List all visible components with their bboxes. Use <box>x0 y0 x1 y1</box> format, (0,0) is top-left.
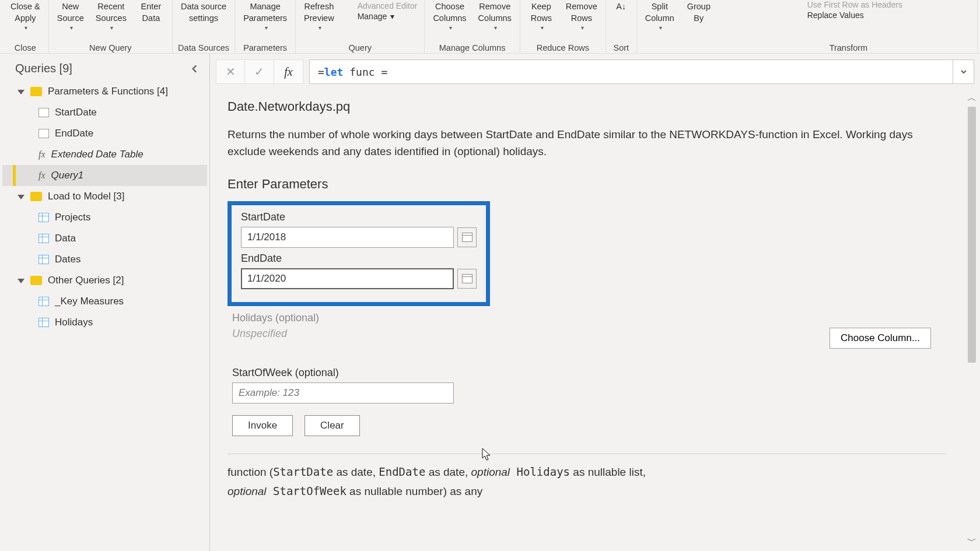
table-icon <box>38 255 49 264</box>
tree-item-label: Projects <box>55 212 90 223</box>
remove-columns-button[interactable]: Remove Columns▾ <box>474 0 516 33</box>
tree-item-dates[interactable]: Dates <box>2 249 207 270</box>
table-icon <box>38 318 49 327</box>
start-date-label: StartDate <box>241 211 477 223</box>
enter-parameters-heading: Enter Parameters <box>228 177 946 192</box>
scroll-up-icon[interactable]: ︿ <box>967 92 977 104</box>
end-date-label: EndDate <box>241 252 477 265</box>
tree-group-load[interactable]: Load to Model [3] <box>2 186 207 207</box>
clear-button[interactable]: Clear <box>304 415 360 436</box>
split-column-button[interactable]: Split Column▾ <box>640 0 679 33</box>
ribbon-label-managecolumns: Manage Columns <box>428 41 516 53</box>
chevron-down-icon <box>18 195 24 199</box>
tree-item-label: _Key Measures <box>55 296 124 307</box>
tree-item-extended-date[interactable]: fx Extended Date Table <box>2 144 207 165</box>
tree-group-label: Load to Model [3] <box>48 191 124 202</box>
cancel-formula-button[interactable]: ✕ <box>216 59 245 84</box>
fx-icon: fx <box>38 170 46 181</box>
formula-input[interactable]: = let func = <box>309 59 953 84</box>
startofweek-input[interactable] <box>232 382 454 403</box>
content-area: ✕ ✓ fx = let func = Date.Networkdays.pq … <box>210 54 980 551</box>
tree-item-label: EndDate <box>55 128 93 139</box>
tree-item-projects[interactable]: Projects <box>2 207 207 228</box>
enter-data-button[interactable]: Enter Data <box>134 0 169 25</box>
start-date-input[interactable] <box>241 227 454 248</box>
tree-item-label: Dates <box>55 254 80 265</box>
tree-item-label: Data <box>55 233 76 244</box>
first-row-headers-button[interactable]: Use First Row as Headers <box>794 0 902 9</box>
tree-item-label: Query1 <box>51 170 84 181</box>
tree-item-keymeasures[interactable]: _Key Measures <box>2 291 207 312</box>
sort-button[interactable]: A↓ <box>610 0 633 14</box>
ribbon-label-datasources: Data Sources <box>176 41 231 53</box>
ribbon-label-sort: Sort <box>610 41 633 53</box>
table-icon <box>38 234 49 243</box>
queries-pane: Queries [9] Parameters & Functions [4] S… <box>0 54 210 551</box>
ribbon-label-reducerows: Reduce Rows <box>524 41 602 53</box>
group-by-button[interactable]: Group By <box>681 0 716 25</box>
headers-icon <box>794 0 804 9</box>
replace-icon <box>794 10 804 20</box>
data-source-settings-button[interactable]: Data source settings <box>176 0 231 25</box>
ribbon-group-reducerows: Keep Rows▾ Remove Rows▾ Reduce Rows <box>520 0 606 53</box>
tree-item-label: Extended Date Table <box>51 149 144 160</box>
formula-bar: ✕ ✓ fx = let func = <box>210 54 980 89</box>
queries-tree: Parameters & Functions [4] StartDate End… <box>0 81 209 333</box>
table-icon <box>38 213 49 222</box>
replace-values-button[interactable]: Replace Values <box>794 10 902 20</box>
advanced-editor-button[interactable]: Advanced Editor <box>345 1 418 10</box>
ribbon-label-close: Close <box>6 41 45 53</box>
tree-group-label: Other Queries [2] <box>48 275 124 286</box>
tree-item-enddate[interactable]: EndDate <box>2 123 207 144</box>
choose-columns-button[interactable]: Choose Columns▾ <box>428 0 471 33</box>
ribbon-group-query: Refresh Preview▾ Advanced Editor Manage▾… <box>296 0 425 53</box>
scroll-thumb[interactable] <box>968 107 976 363</box>
function-description: Returns the number of whole working days… <box>228 126 933 160</box>
folder-icon <box>30 192 42 201</box>
end-date-picker-button[interactable] <box>457 269 477 289</box>
holidays-label: Holidays (optional) <box>232 312 946 324</box>
tree-group-label: Parameters & Functions [4] <box>48 86 168 97</box>
invoke-button[interactable]: Invoke <box>232 415 293 436</box>
fx-button[interactable]: fx <box>274 59 303 84</box>
start-date-picker-button[interactable] <box>457 227 477 247</box>
tree-group-other[interactable]: Other Queries [2] <box>2 270 207 291</box>
ribbon-group-managecolumns: Choose Columns▾ Remove Columns▾ Manage C… <box>425 0 520 53</box>
ribbon-label-split <box>640 51 716 53</box>
manage-button[interactable]: Manage▾ <box>345 12 418 21</box>
new-source-button[interactable]: New Source▾ <box>52 0 89 33</box>
scroll-down-icon[interactable]: ﹀ <box>967 535 977 548</box>
end-date-input[interactable] <box>241 268 454 289</box>
choose-column-button[interactable]: Choose Column... <box>830 328 931 349</box>
remove-rows-button[interactable]: Remove Rows▾ <box>561 0 602 33</box>
tree-item-query1[interactable]: fx Query1 <box>2 165 207 186</box>
ribbon-label-newquery: New Query <box>52 41 169 53</box>
ribbon-group-split: Split Column▾ Group By <box>637 0 720 53</box>
keep-rows-button[interactable]: Keep Rows▾ <box>524 0 559 33</box>
parameter-icon <box>38 129 49 138</box>
tree-item-label: StartDate <box>55 107 97 118</box>
tree-item-label: Holidays <box>55 317 93 328</box>
ribbon-label-parameters: Parameters <box>239 41 292 53</box>
editor-icon <box>345 1 354 10</box>
tree-item-startdate[interactable]: StartDate <box>2 102 207 123</box>
manage-parameters-button[interactable]: Manage Parameters▾ <box>239 0 292 33</box>
tree-item-holidays[interactable]: Holidays <box>2 312 207 333</box>
expand-formula-button[interactable] <box>953 59 974 84</box>
cursor-icon <box>482 448 492 462</box>
recent-sources-button[interactable]: Recent Sources▾ <box>91 0 131 33</box>
required-params-highlight: StartDate EndDate <box>228 201 490 306</box>
vertical-scrollbar[interactable]: ︿ ﹀ <box>964 89 980 551</box>
ribbon-group-sort: A↓ Sort <box>606 0 637 53</box>
ribbon-group-newquery: New Source▾ Recent Sources▾ Enter Data N… <box>49 0 173 53</box>
refresh-preview-button[interactable]: Refresh Preview▾ <box>299 0 339 33</box>
commit-formula-button[interactable]: ✓ <box>245 59 274 84</box>
function-signature: function (StartDate as date, EndDate as … <box>228 462 946 501</box>
tree-item-data[interactable]: Data <box>2 228 207 249</box>
collapse-pane-icon[interactable] <box>190 64 200 74</box>
startofweek-label: StartOfWeek (optional) <box>232 367 946 379</box>
tree-group-params[interactable]: Parameters & Functions [4] <box>2 81 207 102</box>
close-apply-button[interactable]: Close & Apply▾ <box>6 0 45 33</box>
folder-icon <box>30 276 42 285</box>
scroll-track[interactable] <box>968 107 976 533</box>
